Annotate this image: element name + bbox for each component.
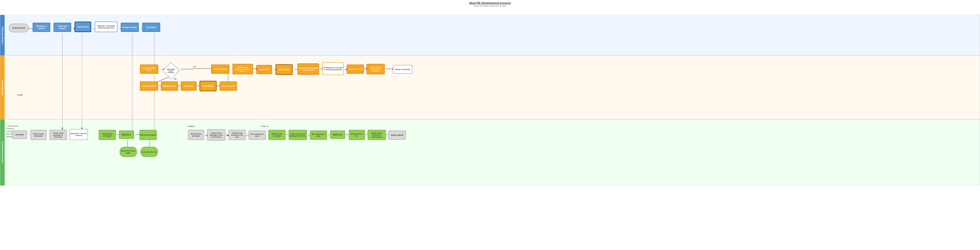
create-pr-node-2: Create PR — [181, 81, 197, 91]
code-review-node-2: Code Review — [275, 64, 293, 75]
swimlane-label-ci: Continuous Integration — [0, 120, 5, 185]
optional-ca-node: Optional: Controlling Authority approves — [95, 22, 118, 32]
page-title: Ska3 RE development process — [469, 1, 511, 5]
create-branch-node-2: Create branch — [211, 65, 229, 74]
on-tag-label-2: on tag — [263, 125, 268, 127]
yes-label: Yes — [173, 78, 177, 80]
get-approval-node: Get approval of LR board or controlling … — [322, 62, 344, 75]
build-conda-pkg-node-4: Build Conda packages — [269, 130, 286, 140]
unit-tests-node: unit tests — [12, 130, 27, 139]
install-conda-repo-node: Install Conda packages in repository — [366, 64, 385, 74]
merge-to-master-node-1: merge to master — [121, 23, 139, 32]
notify-community-node: Notify Community — [393, 65, 412, 74]
page-header: Ska3 RE development process Javier Gonzá… — [0, 0, 980, 8]
regression-tests-masters-node: Regression tests (on masters) — [70, 129, 88, 140]
deploy-docs-ico-node: deploy docs in ico — [349, 130, 365, 140]
update-recipes-node: Update recipes — [161, 81, 178, 91]
on-push-label: on push — [188, 125, 194, 127]
build-conda-pkg-node-3: Build Conda packages — [188, 130, 204, 140]
run-regression-tests-node: Run regression tests — [248, 130, 266, 140]
create-branch-node-3: Create branch? — [140, 81, 158, 91]
swimlane-label-ska3-maintainer: Ska3 Maintainer — [0, 56, 5, 120]
swimlane-pkg-developer: Package Developer — [0, 15, 980, 55]
code-review-node-1: Code Review — [75, 22, 91, 32]
install-conda-meta-test-node: Install Conda meta-package in test repo. — [289, 130, 307, 140]
create-pull-request-node: Create pull request — [54, 23, 71, 32]
create-skare3-issue-node: Create skare3 issue — [141, 147, 158, 157]
diagram-container: Package Developer Ska3 Maintainer Contin… — [0, 8, 980, 250]
update-meta-pkg-node: Update meta-package(s) (flight, core,...… — [232, 64, 253, 74]
code-review-node-3: Code Review — [199, 81, 216, 91]
install-conda-repo-ci-node-1: Install Conda packages in repository — [49, 130, 67, 140]
merge-to-master-node-3: merge to master — [220, 81, 237, 91]
on-tag-label-1: on tag — [17, 93, 22, 95]
deploy-docs-ghpages-node: deploy docs to gh-pages — [120, 147, 137, 157]
develop-on-branch-node: Develop on branch — [33, 23, 50, 32]
sanity-checks-node: Sanity checks — [388, 130, 406, 140]
install-conda-test-env-node: Install Conda packages in test environme… — [207, 129, 226, 141]
tag-release-node-1: Tag release — [142, 23, 160, 32]
create-branch-node-1: Create branch — [9, 24, 29, 32]
check-skare3-node: Check SkaRE3 Issues — [140, 65, 158, 74]
tag-release-node-2: Tag release of ska3-flight or ska3-matla… — [298, 63, 319, 75]
build-conda-pkg-node-1: Build Conda packages — [30, 130, 46, 140]
edit-pr-desc-node: Edit PR description — [140, 130, 157, 140]
create-pr-node-1: Create PR — [256, 65, 272, 74]
install-conda-test-repo-node: Install Conda package in test repo. — [229, 130, 246, 140]
merge-to-master-node-2: merge to master — [347, 65, 364, 74]
page-subtitle: Javier González | November 6, 2024 — [474, 5, 506, 7]
run-regression-node-2: Run regression tests — [310, 130, 327, 140]
build-conda-pkg-node-2: Build Conda packages — [99, 130, 116, 140]
build-docs-node-1: Build docs — [119, 130, 134, 139]
swimlane-label-pkg-developer: Package Developer — [0, 15, 5, 56]
no-label: No — [193, 66, 195, 68]
build-docs-node-2: Build docs — [330, 130, 345, 139]
update-conda-prod-node: Update Conda production environments — [368, 130, 386, 140]
